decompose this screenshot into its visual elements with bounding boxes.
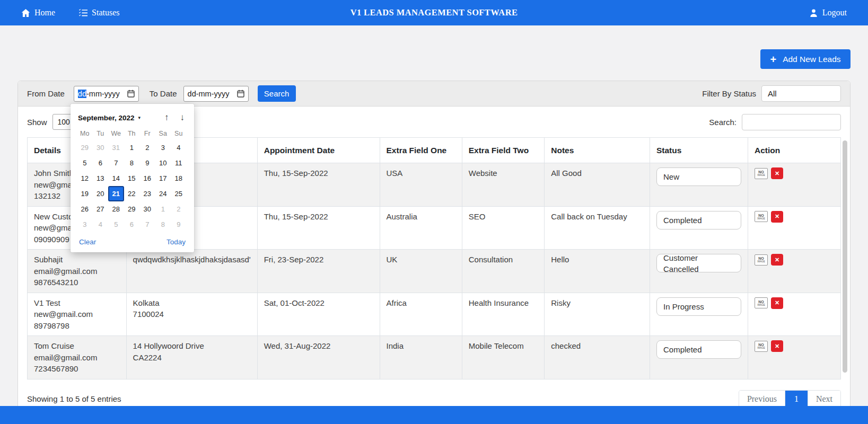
pagination-page-1[interactable]: 1 xyxy=(785,391,808,408)
calendar-clear-link[interactable]: Clear xyxy=(79,238,96,246)
pagination-next[interactable]: Next xyxy=(808,391,840,408)
column-header[interactable]: Appointment Date xyxy=(257,138,380,163)
calendar-day[interactable]: 31 xyxy=(108,140,124,155)
appointment-date-cell: Thu, 15-Sep-2022 xyxy=(257,206,380,250)
calendar-day[interactable]: 7 xyxy=(139,217,155,232)
calendar-day[interactable]: 27 xyxy=(93,201,109,217)
nav-logout[interactable]: Logout xyxy=(809,8,847,17)
nav-statuses[interactable]: Statuses xyxy=(78,8,119,17)
edit-broken-image-icon[interactable]: NOIMAGE xyxy=(755,254,768,266)
calendar-day[interactable]: 11 xyxy=(171,155,187,171)
calendar-day[interactable]: 25 xyxy=(171,186,187,201)
calendar-day[interactable]: 30 xyxy=(139,201,155,217)
edit-broken-image-icon[interactable]: NOIMAGE xyxy=(755,297,768,308)
edit-broken-image-icon[interactable]: NOIMAGE xyxy=(755,168,768,179)
calendar-day[interactable]: 6 xyxy=(93,155,109,171)
leads-management-page: Home Statuses V1 LEADS MANAGEMENT SOFTWA… xyxy=(0,0,868,424)
calendar-day[interactable]: 29 xyxy=(124,201,140,217)
calendar-nav-arrows: ↑ ↓ xyxy=(164,112,187,123)
calendar-month-label: September, 2022 xyxy=(78,114,135,122)
calendar-day[interactable]: 13 xyxy=(93,171,109,186)
calendar-day[interactable]: 9 xyxy=(139,155,155,171)
previous-month-arrow-icon[interactable]: ↑ xyxy=(164,112,169,123)
calendar-day[interactable]: 2 xyxy=(171,201,187,217)
delete-lead-button[interactable]: ✕ xyxy=(771,297,783,309)
status-cell: Customer Cancelled xyxy=(650,250,748,293)
row-status-select[interactable]: New xyxy=(656,167,741,186)
calendar-icon[interactable] xyxy=(237,90,244,98)
table-row: Subhajitemail@gmail.com9876543210qwdqwdk… xyxy=(28,250,841,293)
calendar-day[interactable]: 14 xyxy=(108,171,124,186)
column-header[interactable]: Extra Field One xyxy=(380,138,462,163)
calendar-day[interactable]: 22 xyxy=(124,186,140,201)
table-scrollbar[interactable] xyxy=(843,140,847,373)
calendar-today-link[interactable]: Today xyxy=(166,238,186,246)
calendar-day[interactable]: 7 xyxy=(108,155,124,171)
delete-lead-button[interactable]: ✕ xyxy=(771,167,783,179)
row-status-select[interactable]: In Progress xyxy=(656,297,741,316)
date-search-button[interactable]: Search xyxy=(258,85,296,102)
calendar-day[interactable]: 8 xyxy=(124,155,140,171)
column-header[interactable]: Extra Field Two xyxy=(462,138,544,163)
calendar-day[interactable]: 24 xyxy=(155,186,171,201)
calendar-day[interactable]: 17 xyxy=(155,171,171,186)
status-filter-value: All xyxy=(768,89,777,98)
table-row: Tom Cruiseemail@gmail.com723456789014 Ho… xyxy=(28,336,841,379)
calendar-month-selector[interactable]: September, 2022 ▾ xyxy=(78,114,141,122)
pagination-previous[interactable]: Previous xyxy=(739,391,785,408)
calendar-day[interactable]: 1 xyxy=(124,140,140,155)
row-status-select[interactable]: Customer Cancelled xyxy=(656,254,741,272)
calendar-day[interactable]: 5 xyxy=(108,217,124,232)
calendar-day[interactable]: 2 xyxy=(139,140,155,155)
edit-broken-image-icon[interactable]: NOIMAGE xyxy=(755,341,768,352)
calendar-day[interactable]: 1 xyxy=(155,201,171,217)
delete-lead-button[interactable]: ✕ xyxy=(771,211,783,223)
to-date-input[interactable]: dd-mm-yyyy xyxy=(183,86,249,102)
calendar-day[interactable]: 15 xyxy=(124,171,140,186)
column-header[interactable]: Notes xyxy=(545,138,650,163)
edit-broken-image-icon[interactable]: NOIMAGE xyxy=(755,211,768,222)
list-check-icon xyxy=(78,8,87,17)
calendar-day[interactable]: 23 xyxy=(139,186,155,201)
from-date-day-segment[interactable]: dd xyxy=(78,90,86,98)
calendar-day[interactable]: 16 xyxy=(139,171,155,186)
next-month-arrow-icon[interactable]: ↓ xyxy=(180,112,185,123)
calendar-day[interactable]: 18 xyxy=(171,171,187,186)
calendar-day[interactable]: 4 xyxy=(93,217,109,232)
delete-lead-button[interactable]: ✕ xyxy=(771,254,783,266)
calendar-day[interactable]: 6 xyxy=(124,217,140,232)
from-date-input[interactable]: dd-mm-yyyy xyxy=(74,86,139,102)
calendar-day-selected[interactable]: 21 xyxy=(108,186,124,201)
status-filter-select[interactable]: All xyxy=(761,85,841,102)
calendar-day[interactable]: 20 xyxy=(93,186,109,201)
add-new-leads-button[interactable]: + Add New Leads xyxy=(760,49,851,69)
calendar-day[interactable]: 12 xyxy=(77,171,93,186)
calendar-day[interactable]: 19 xyxy=(77,186,93,201)
lead-name: Tom Cruise xyxy=(34,340,120,352)
calendar-day[interactable]: 29 xyxy=(77,140,93,155)
calendar-day[interactable]: 8 xyxy=(155,217,171,232)
calendar-day[interactable]: 3 xyxy=(155,140,171,155)
entries-summary: Showing 1 to 5 of 5 entries xyxy=(27,394,121,403)
status-cell: Completed xyxy=(650,206,748,250)
column-header[interactable]: Status xyxy=(650,138,748,163)
weekday-label: Sa xyxy=(155,130,171,137)
calendar-icon[interactable] xyxy=(127,90,135,98)
column-header[interactable]: Action xyxy=(748,138,840,163)
calendar-day[interactable]: 10 xyxy=(155,155,171,171)
calendar-day[interactable]: 4 xyxy=(171,140,187,155)
lead-phone: 7234567890 xyxy=(34,363,120,375)
calendar-day[interactable]: 9 xyxy=(171,217,187,232)
row-status-select[interactable]: Completed xyxy=(656,340,741,359)
calendar-day[interactable]: 28 xyxy=(108,201,124,217)
table-search-input[interactable] xyxy=(742,114,841,130)
row-status-select[interactable]: Completed xyxy=(656,211,741,229)
calendar-day[interactable]: 30 xyxy=(93,140,109,155)
calendar-day[interactable]: 3 xyxy=(77,217,93,232)
action-buttons: NOIMAGE✕ xyxy=(755,297,834,309)
delete-lead-button[interactable]: ✕ xyxy=(771,340,783,352)
calendar-day[interactable]: 5 xyxy=(77,155,93,171)
nav-home[interactable]: Home xyxy=(21,8,55,17)
row-status-value: Completed xyxy=(663,215,702,226)
calendar-day[interactable]: 26 xyxy=(77,201,93,217)
